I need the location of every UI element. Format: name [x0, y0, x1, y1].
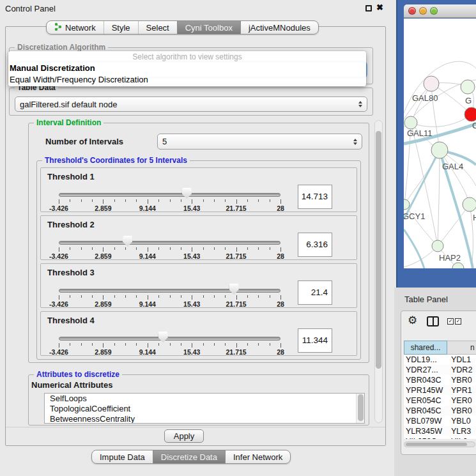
tick-label: 9.144: [139, 300, 156, 308]
cell-name: YBR0: [447, 376, 472, 385]
tick-mark: [136, 199, 137, 202]
algorithm-dropdown-popup: Select algorithm to view settings Manual…: [8, 51, 366, 86]
panel-scrollbar-thumb[interactable]: [376, 131, 381, 369]
threshold-value-field[interactable]: 14.713: [298, 185, 332, 209]
network-node[interactable]: [424, 76, 439, 91]
slider-thumb[interactable]: [158, 332, 168, 342]
attribute-item-selfloops[interactable]: SelfLoops: [45, 394, 364, 404]
tick-mark: [158, 247, 159, 250]
tab-style[interactable]: Style: [104, 21, 138, 34]
table-row[interactable]: YLR345WYLR3: [404, 426, 476, 436]
network-node-label: G: [465, 96, 472, 105]
cell-name: YBL0: [447, 417, 471, 426]
tab-label: Network: [65, 23, 96, 33]
checkbox-icons[interactable]: ✓ ✓: [447, 318, 461, 325]
tick-mark: [247, 295, 248, 298]
tick-mark: [148, 247, 148, 252]
slider-track[interactable]: [59, 289, 280, 293]
slider-thumb[interactable]: [123, 236, 132, 247]
table-hscrollbar-thumb[interactable]: [406, 443, 467, 446]
cell-shared-name: YDL19...: [404, 355, 447, 364]
apply-button[interactable]: Apply: [164, 429, 204, 443]
checkbox-icon[interactable]: ✓: [455, 318, 461, 325]
tab-jactivemnodules[interactable]: jActiveMNodules: [240, 21, 318, 34]
panel-scrollbar[interactable]: [374, 120, 383, 423]
table-row[interactable]: YBL079WYBL0: [404, 416, 476, 426]
network-node[interactable]: [463, 197, 476, 211]
network-edge[interactable]: [404, 204, 438, 246]
tick-mark: [247, 247, 248, 250]
threshold-panel-4: Threshold 4-3.4262.8599.14415.4321.71528…: [40, 311, 357, 356]
algorithm-option-equal-width-frequency-discretization[interactable]: Equal Width/Frequency Discretization: [8, 74, 366, 86]
network-node[interactable]: [404, 116, 417, 129]
table-header-name[interactable]: n: [447, 341, 476, 355]
tab-cyni-toolbox[interactable]: Cyni Toolbox: [177, 21, 240, 34]
slider-track[interactable]: [59, 193, 280, 197]
attributes-scrollbar-thumb[interactable]: [358, 394, 364, 421]
tab-infer-network[interactable]: Infer Network: [225, 450, 290, 463]
table-header-shared-name[interactable]: shared...: [404, 341, 447, 355]
attributes-scrollbar[interactable]: [356, 394, 364, 423]
network-node[interactable]: [432, 240, 443, 252]
network-node[interactable]: [431, 142, 448, 158]
mac-minimize-button[interactable]: [419, 7, 427, 15]
network-graph[interactable]: GAL80GCGAL11GAL4GCY1HHAP2: [404, 19, 476, 268]
slider-thumb[interactable]: [229, 284, 239, 295]
tick-mark: [214, 295, 215, 298]
threshold-value-field[interactable]: 11.344: [298, 328, 332, 353]
mac-close-button[interactable]: [408, 7, 416, 15]
tick-mark: [81, 343, 82, 346]
network-canvas[interactable]: GAL80GCGAL11GAL4GCY1HHAP2: [404, 19, 476, 268]
tick-label: 2.859: [95, 252, 111, 260]
threshold-value-field[interactable]: 6.316: [298, 233, 332, 257]
network-edge-highlighted[interactable]: [404, 229, 424, 268]
algorithm-option-manual-discretization[interactable]: Manual Discretization: [8, 63, 366, 74]
network-window-titlebar[interactable]: [404, 4, 476, 18]
network-node-label: GCY1: [404, 211, 425, 221]
attribute-item-topologicalcoefficient[interactable]: TopologicalCoefficient: [45, 404, 364, 414]
number-of-intervals-combobox[interactable]: 5: [157, 134, 362, 150]
slider-track[interactable]: [59, 337, 280, 341]
table-row[interactable]: YPR145WYPR1: [404, 385, 476, 395]
close-icon[interactable]: ✖: [376, 3, 383, 12]
table-row[interactable]: YER054CYER0: [404, 395, 476, 406]
network-edge[interactable]: [438, 150, 440, 246]
tab-network[interactable]: Network: [47, 21, 104, 34]
tab-select[interactable]: Select: [138, 21, 177, 34]
tab-label: Select: [146, 23, 169, 33]
threshold-value-field[interactable]: 21.4: [298, 280, 332, 305]
tick-mark: [270, 295, 270, 298]
tab-label: Impute Data: [100, 452, 145, 462]
checkbox-icon[interactable]: ✓: [447, 318, 454, 325]
network-node[interactable]: [452, 263, 464, 268]
network-edge[interactable]: [438, 204, 470, 246]
network-view-window[interactable]: GAL80GCGAL11GAL4GCY1HHAP2: [396, 0, 476, 288]
slider-thumb[interactable]: [182, 188, 192, 199]
float-window-icon[interactable]: [365, 5, 372, 12]
table-hscrollbar[interactable]: [404, 441, 475, 447]
network-edge[interactable]: [411, 114, 472, 127]
table-row[interactable]: YBR043CYBR0: [404, 375, 476, 385]
network-node-label: GAL11: [407, 128, 433, 138]
table-data-combobox[interactable]: galFiltered.sif default node: [15, 96, 367, 112]
network-node[interactable]: [464, 107, 476, 121]
slider-track[interactable]: [59, 241, 280, 245]
tab-discretize-data[interactable]: Discretize Data: [153, 450, 225, 463]
tick-mark: [81, 247, 82, 250]
tick-mark: [181, 247, 181, 250]
numerical-attributes-list[interactable]: SelfLoopsTopologicalCoefficientBetweenne…: [44, 393, 365, 424]
tick-mark: [214, 247, 215, 250]
table-row[interactable]: YDR27...YDR2: [404, 365, 476, 375]
gear-icon[interactable]: ⚙: [408, 314, 417, 327]
table-row[interactable]: YIL052CYIL0: [404, 436, 476, 439]
table-row[interactable]: YDL19...YDL1: [404, 355, 476, 365]
table-row[interactable]: YBR045CYBR0: [404, 406, 476, 416]
split-columns-icon[interactable]: [427, 316, 439, 326]
network-edge-highlighted[interactable]: [404, 150, 440, 219]
attribute-item-betweennesscentrality[interactable]: BetweennessCentrality: [45, 414, 364, 424]
mac-zoom-button[interactable]: [430, 7, 438, 15]
tab-impute-data[interactable]: Impute Data: [92, 450, 153, 463]
network-node[interactable]: [461, 80, 475, 94]
tick-mark: [125, 295, 126, 298]
tick-mark: [236, 199, 237, 204]
